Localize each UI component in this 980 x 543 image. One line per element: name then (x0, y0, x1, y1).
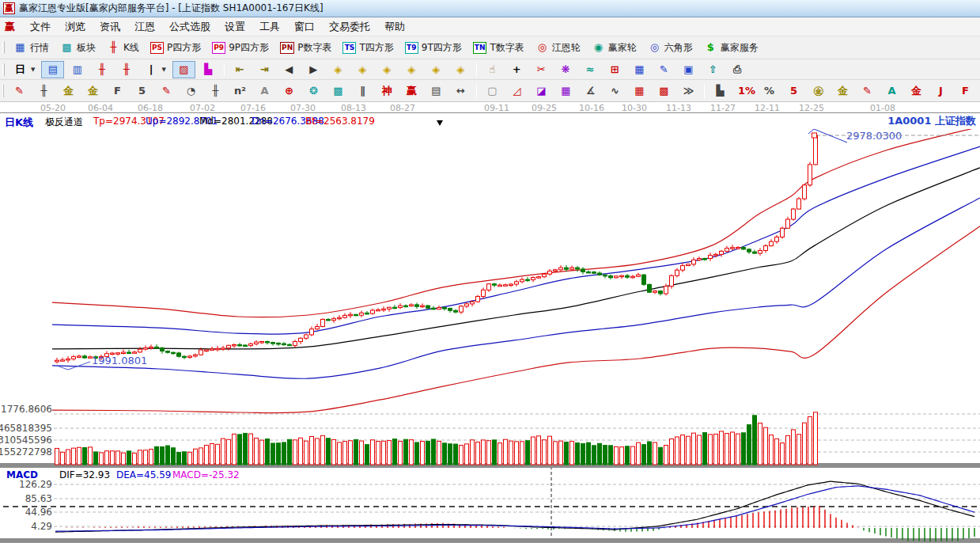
app-logo-icon: 赢 (3, 2, 15, 14)
menu-item-7[interactable]: 窗口 (287, 17, 322, 36)
quotes-button[interactable]: ▦行情 (9, 39, 54, 57)
hexagon-button[interactable]: ◎六角形 (643, 39, 698, 57)
indicator-name[interactable]: 极反通道 (45, 116, 83, 129)
next-bar-button[interactable]: ▶ (302, 61, 325, 78)
menu-item-3[interactable]: 江恩 (127, 17, 162, 36)
notepad-button[interactable]: ✎ (653, 61, 675, 78)
color-histogram-button[interactable]: ▙ (197, 61, 220, 78)
draw-knife-button[interactable]: ✎ (155, 82, 178, 100)
p-number-table-button[interactable]: PNP数字表 (275, 39, 336, 57)
kline-button[interactable]: ╫K线 (102, 39, 144, 57)
crosshair-button[interactable]: + (505, 61, 528, 78)
fan-lines-button[interactable]: ◿ (505, 82, 528, 100)
menu-item-4[interactable]: 公式选股 (162, 17, 218, 36)
p-square-button[interactable]: PSP四方形 (146, 39, 206, 57)
t-square-button[interactable]: TST四方形 (338, 39, 398, 57)
volume-profile-button[interactable]: ▙ (709, 82, 732, 100)
sectors-icon: ▩ (60, 41, 74, 54)
scroll-left-diamond-button[interactable]: ◈ (327, 61, 350, 78)
prev-bar-button[interactable]: ◀ (278, 61, 301, 78)
winner-service-button[interactable]: $赢家服务 (699, 39, 763, 57)
angle-a-button[interactable]: A (253, 82, 276, 100)
boxed-fan-button[interactable]: ◪ (530, 82, 553, 100)
chart-window-button[interactable]: ▤ (41, 61, 64, 78)
menu-item-0[interactable]: 文件 (23, 17, 58, 36)
menu-item-9[interactable]: 帮助 (377, 17, 412, 36)
pattern-box-button[interactable]: ▨ (172, 61, 195, 78)
parallel-marks-button[interactable]: ∥ (351, 82, 374, 100)
quote-page-button[interactable]: ▥ (66, 61, 89, 78)
j-angle-button[interactable]: J (929, 82, 952, 100)
gold-ratio-b-button[interactable]: 金 (81, 82, 104, 100)
kline-chart[interactable]: 1776.8606465818395310545596155272798126.… (0, 129, 980, 543)
ying-tool-button[interactable]: 赢 (400, 82, 423, 100)
spiral-5-button[interactable]: 5 (131, 82, 153, 100)
fit-all-diamond-button[interactable]: ◈ (449, 61, 472, 78)
gann-flower-button[interactable]: ❋ (554, 61, 577, 78)
ruler-123-button[interactable]: ▤ (425, 82, 448, 100)
last-bar-button[interactable]: ⇥ (253, 61, 276, 78)
fibonacci-button[interactable]: F (106, 82, 129, 100)
wave-line-button[interactable]: ∿ (604, 82, 626, 100)
p9-square-button[interactable]: P99P四方形 (207, 39, 274, 57)
boxed-web-button[interactable]: ▩ (327, 82, 350, 100)
a-wave-icon: A (885, 85, 899, 97)
boxed-grid-web-button[interactable]: ▦ (554, 82, 577, 100)
time-clock-icon: ◔ (184, 85, 198, 97)
window-titlebar[interactable]: 赢 赢家江恩专业版[赢家内部服务平台] - [上证指数 SH1A0001-167… (0, 0, 980, 17)
knife-2-button[interactable]: ✎ (856, 82, 879, 100)
wave-tool-button[interactable]: ≈ (579, 61, 602, 78)
rect-select-button[interactable]: ▢ (481, 82, 504, 100)
t9-square-button[interactable]: T99T四方形 (400, 39, 467, 57)
first-bar-button[interactable]: ⇤ (229, 61, 252, 78)
measure-scissors-button[interactable]: ✂ (530, 61, 553, 78)
candles-3-button[interactable]: ╫ (90, 61, 113, 78)
menu-item-6[interactable]: 工具 (252, 17, 287, 36)
spider-web-button[interactable]: ❂ (302, 82, 325, 100)
zoom-in-diamond-button[interactable]: ◈ (400, 61, 423, 78)
one-percent-button[interactable]: 1% (733, 82, 756, 100)
menu-bar: 赢 文件浏览资讯江恩公式选股设置工具窗口交易委托帮助 (0, 17, 980, 36)
span-arrows-button[interactable]: ↔ (449, 82, 472, 100)
single-candle-dropdown-button[interactable]: ∣▼ (139, 61, 170, 78)
gold-red-button[interactable]: 金 (905, 82, 928, 100)
five-line-button[interactable]: 5 (782, 82, 805, 100)
gann-wheel-button[interactable]: ◎江恩轮 (531, 39, 585, 57)
sectors-button[interactable]: ▩板块 (55, 39, 100, 57)
menu-item-1[interactable]: 浏览 (58, 17, 93, 36)
scroll-right-diamond-button[interactable]: ◈ (351, 61, 374, 78)
red-grid-button[interactable]: ▦ (628, 82, 651, 100)
calculator-button[interactable]: ▦ (628, 61, 651, 78)
vscale-diamond-button[interactable]: ◈ (425, 61, 448, 78)
menu-item-5[interactable]: 设置 (218, 17, 252, 36)
price-grid-button[interactable]: ╫ (32, 82, 55, 100)
calendar-button[interactable]: ⊞ (604, 61, 626, 78)
save-button[interactable]: ▣ (677, 61, 700, 78)
a-wave-button[interactable]: A (880, 82, 903, 100)
draw-pen-button[interactable]: ✎ (8, 82, 31, 100)
gold-ratio-a-button[interactable]: 金 (57, 82, 80, 100)
gann-circle-button[interactable]: ⊕ (278, 82, 301, 100)
period-day-dropdown-button[interactable]: 日▼ (9, 61, 40, 78)
pan-hand-button[interactable]: ☝ (481, 61, 504, 78)
shen-tool-button[interactable]: 神 (376, 82, 399, 100)
slash-lines-button[interactable]: ≫ (677, 82, 700, 100)
f-angle-button[interactable]: F (954, 82, 977, 100)
percent-button[interactable]: % (758, 82, 781, 100)
gold-circle-button[interactable]: ㊎ (807, 82, 830, 100)
candles-9-button[interactable]: ╫ (115, 61, 138, 78)
red-grid-2-button[interactable]: ▩ (653, 82, 675, 100)
time-clock-button[interactable]: ◔ (180, 82, 202, 100)
n-square-button[interactable]: n² (229, 82, 252, 100)
menu-item-8[interactable]: 交易委托 (322, 17, 377, 36)
angle-lines-button[interactable]: ∡ (579, 82, 602, 100)
export-web-button[interactable]: ⇧ (702, 61, 725, 78)
t-number-table-button[interactable]: TNT数字表 (468, 39, 529, 57)
sectors-label: 板块 (77, 41, 96, 55)
print-button[interactable]: ⎙ (726, 61, 749, 78)
gold-lines-button[interactable]: 金 (831, 82, 854, 100)
menu-item-2[interactable]: 资讯 (93, 17, 127, 36)
winner-wheel-button[interactable]: ◉赢家轮 (587, 39, 641, 57)
zoom-out-diamond-button[interactable]: ◈ (376, 61, 399, 78)
time-grid-button[interactable]: ╫ (204, 82, 227, 100)
